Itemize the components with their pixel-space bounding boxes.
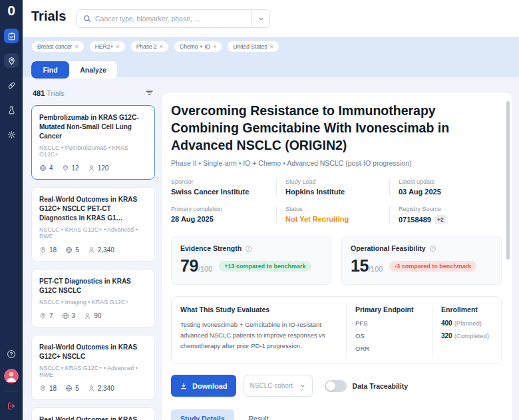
registry-more-badge[interactable]: +2: [434, 215, 446, 224]
panel-scrollbar[interactable]: [506, 101, 510, 260]
download-button[interactable]: Download: [171, 375, 236, 397]
globe-icon: [65, 246, 73, 254]
cohort-select[interactable]: NSCLC cohort: [244, 375, 313, 397]
find-button[interactable]: Find: [31, 61, 69, 79]
trial-card[interactable]: Pembrolizumab in KRAS G12C-Mutated Non-S…: [31, 105, 155, 180]
score-delta-badge: -3 compared to benchmark: [389, 261, 476, 272]
meta-value: 28 Aug 2025: [171, 215, 276, 223]
score-label: Evidence Strength: [180, 244, 242, 252]
stat-value: 4: [49, 164, 53, 172]
data-traceability-toggle[interactable]: [325, 380, 347, 392]
endpoint-item: ORR: [355, 345, 432, 352]
tab-result[interactable]: Result: [240, 409, 278, 420]
search-placeholder: Cancer type, biomarker, phase, ...: [95, 15, 200, 23]
score-value: 79: [180, 256, 198, 275]
stat-value: 7: [49, 312, 53, 319]
trial-card[interactable]: Real-World Outcomes in KRAS G12C+ NSCLC …: [31, 187, 155, 262]
meta-latest-update: Latest update 03 Aug 2025: [389, 178, 502, 196]
registry-value: 07158489+2: [399, 215, 502, 224]
avatar-image: [4, 369, 19, 383]
stat-globe: 3: [62, 312, 76, 319]
sidebar-item-trials[interactable]: [4, 29, 19, 43]
people-icon: [88, 164, 95, 172]
study-evaluates-text: Testing Ivonescimab + Gemcitabine in IO-…: [180, 319, 337, 351]
gear-icon: [7, 130, 16, 139]
trial-card-meta: NSCLC • KRAS G12C+ • Advanced • RWE: [39, 226, 147, 240]
download-label: Download: [192, 382, 228, 390]
score-delta-badge: +13 compared to benchmark: [219, 261, 311, 272]
search-dropdown-button[interactable]: [252, 10, 269, 27]
operational-feasibility-card: Operational Feasibility 15/100 -3 compar…: [341, 236, 502, 285]
evidence-strength-card: Evidence Strength 79/100 +13 compared to…: [171, 236, 331, 285]
chevron-down-icon: [299, 383, 306, 389]
clipboard-check-icon: [7, 32, 16, 41]
filter-chip[interactable]: HER2+×: [89, 41, 126, 53]
enrollment-value: 400: [441, 319, 452, 327]
enrollment-section: Enrollment 400(Planned) 320(Completed): [432, 306, 492, 357]
trial-card-meta: NSCLC • Imaging • KRAS G12C+: [39, 299, 147, 306]
trial-card[interactable]: Real-World Outcomes in KRAS G12C+ NSCLCN…: [31, 335, 155, 400]
section-heading: Enrollment: [441, 306, 492, 314]
info-icon[interactable]: [245, 245, 252, 252]
trial-card-title: Pembrolizumab in KRAS G12C-Mutated Non-S…: [39, 113, 147, 141]
page-title: Trials: [31, 9, 66, 24]
trial-card[interactable]: PET-CT Diagnostics in KRAS G12C NSCLCNSC…: [31, 269, 155, 327]
stat-value: 2,340: [98, 246, 114, 254]
meta-study-lead: Study Lead Hopkins Institute: [276, 178, 389, 196]
remove-chip-icon[interactable]: ×: [160, 43, 163, 50]
primary-endpoint-section: Primary Endpoint PFS OS ORR: [346, 306, 432, 357]
enrollment-value: 320: [441, 332, 452, 339]
trial-card-title: PET-CT Diagnostics in KRAS G12C NSCLC: [39, 277, 147, 296]
filter-chip[interactable]: Phase 2×: [130, 41, 169, 53]
data-traceability-control: Data Traceability: [325, 380, 408, 392]
results-count-label: Trials: [47, 89, 64, 97]
stat-pin: 18: [39, 385, 57, 392]
search-input[interactable]: Cancer type, biomarker, phase, ...: [77, 10, 252, 27]
meta-status: Status Not Yet Recruiting: [276, 206, 389, 224]
logout-button[interactable]: [4, 399, 19, 413]
tab-study-details[interactable]: Study Details: [171, 409, 234, 420]
filter-chip[interactable]: United States×: [227, 41, 279, 53]
sidebar-item-lab[interactable]: [4, 103, 19, 117]
sidebar-item-settings[interactable]: [4, 127, 19, 142]
trial-card-meta: NSCLC • Pembrolizumab • KRAS G12C+: [39, 144, 147, 158]
search-icon: [83, 15, 91, 23]
download-icon: [180, 382, 188, 390]
user-avatar[interactable]: [4, 369, 19, 383]
filter-chip-label: HER2+: [95, 43, 114, 50]
study-summary-card: What This Study Evaluates Testing Ivones…: [171, 296, 502, 364]
status-value: Not Yet Recruiting: [285, 215, 389, 223]
enrollment-note: (Planned): [454, 319, 482, 327]
remove-chip-icon[interactable]: ×: [213, 43, 216, 50]
people-icon: [84, 312, 91, 319]
top-bar: Trials Cancer type, biomarker, phase, ..…: [23, 0, 519, 37]
sort-button[interactable]: [145, 89, 154, 97]
sidebar-item-drugs[interactable]: [4, 78, 19, 93]
analyze-button[interactable]: Analyze: [69, 61, 117, 79]
data-traceability-label: Data Traceability: [353, 382, 408, 390]
stat-pin: 12: [62, 164, 79, 172]
trial-title: Overcoming Resistance to Immunotherapy C…: [171, 102, 502, 154]
globe-icon: [39, 164, 47, 172]
score-denominator: /100: [369, 265, 383, 273]
remove-chip-icon[interactable]: ×: [75, 43, 78, 50]
stat-globe: 4: [39, 164, 53, 172]
pin-icon: [39, 246, 47, 254]
meta-value: Hopkins Institute: [285, 188, 389, 196]
score-value: 15: [351, 256, 369, 275]
stat-people: 90: [84, 312, 101, 319]
trial-card[interactable]: Real-World Outcomes in KRAS G12C+ NSCLCN…: [31, 407, 155, 420]
help-button[interactable]: [4, 347, 19, 361]
filter-chip[interactable]: Breast cancer×: [31, 41, 85, 53]
enrollment-item: 400(Planned): [441, 319, 492, 327]
info-icon[interactable]: [429, 245, 436, 252]
remove-chip-icon[interactable]: ×: [269, 43, 273, 50]
meta-sponsor: Sponsor Swiss Cancer Institute: [171, 178, 276, 196]
filter-chip[interactable]: Chemo + IO×: [174, 41, 222, 53]
sidebar-item-locations[interactable]: [4, 53, 19, 68]
chevron-down-icon: [258, 15, 265, 23]
filter-chip-label: Breast cancer: [37, 43, 72, 50]
trial-card-stats: 1852,340: [39, 246, 147, 254]
stat-value: 12: [72, 164, 79, 172]
remove-chip-icon[interactable]: ×: [116, 43, 119, 50]
